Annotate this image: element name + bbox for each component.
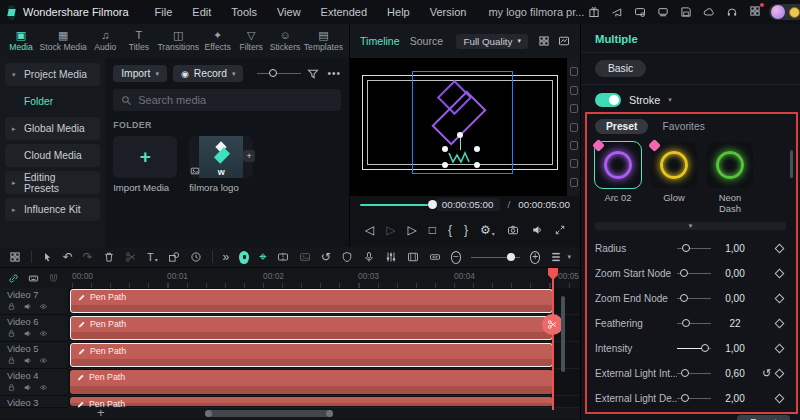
track-lane[interactable]: Pen Path — [68, 315, 580, 342]
redo-icon[interactable]: ↷ — [83, 250, 93, 264]
feathering-value[interactable]: 22 — [711, 318, 759, 329]
preset-arc02[interactable] — [595, 142, 641, 188]
promote-icon[interactable] — [611, 6, 623, 18]
sidebar-item-editing-presets[interactable]: ▸Editing Presets — [5, 171, 100, 194]
keyframe-diamond-icon[interactable] — [775, 344, 785, 354]
keyframe-diamond-icon[interactable] — [775, 369, 785, 379]
clip-pen-path[interactable]: Pen Path — [70, 289, 553, 313]
zoom-end-node-value[interactable]: 0,00 — [711, 293, 759, 304]
timeline-ruler[interactable]: 00:00 00:01 00:02 00:03 00:04 00:05 — [0, 268, 580, 288]
playback-settings-icon[interactable]: ⚙▾ — [480, 223, 495, 237]
audio-mixer-icon[interactable] — [385, 251, 397, 263]
track-lane[interactable]: Pen Path — [68, 369, 580, 396]
zoom-start-node-value[interactable]: 0,00 — [711, 268, 759, 279]
tab-effects[interactable]: ✦Effects — [203, 30, 233, 52]
menu-help[interactable]: Help — [379, 6, 418, 18]
reset-param-icon[interactable]: ↺ — [759, 367, 774, 380]
record-voiceover-icon[interactable] — [363, 251, 375, 263]
tab-timeline-preview[interactable]: Timeline — [360, 35, 400, 47]
render-preview-icon[interactable] — [407, 251, 419, 263]
delete-icon[interactable] — [103, 251, 115, 263]
speed-icon[interactable] — [190, 251, 202, 263]
track-height-icon[interactable] — [550, 251, 562, 263]
scene-detection-icon[interactable] — [277, 251, 289, 263]
tab-templates[interactable]: ▤Templates — [304, 30, 343, 52]
timeline-zoom-slider[interactable] — [471, 251, 520, 263]
volume-icon[interactable] — [531, 224, 543, 236]
corner-handle[interactable] — [442, 162, 448, 168]
tab-basic[interactable]: Basic — [595, 60, 646, 77]
tab-transitions[interactable]: ◫Transitions — [157, 30, 199, 52]
corner-handle[interactable] — [474, 162, 480, 168]
zoom-start-node-slider[interactable] — [677, 268, 711, 280]
tab-source-preview[interactable]: Source — [410, 35, 444, 47]
rotate-handle[interactable] — [457, 132, 463, 138]
sidebar-item-cloud-media[interactable]: Cloud Media — [5, 144, 100, 167]
mute-icon[interactable] — [23, 302, 32, 311]
split-scissors-icon[interactable] — [125, 251, 137, 263]
more-options-icon[interactable]: ••• — [327, 68, 341, 79]
hide-icon[interactable] — [39, 302, 48, 311]
mute-icon[interactable] — [23, 329, 32, 338]
tab-audio[interactable]: ♫Audio — [90, 30, 120, 52]
track-lane[interactable]: Pen Path — [68, 342, 580, 369]
menu-version[interactable]: Version — [422, 6, 475, 18]
radius-slider[interactable] — [677, 243, 711, 255]
workspace-grid-icon[interactable] — [749, 5, 761, 19]
more-tools-icon[interactable]: » — [222, 250, 229, 264]
tab-filters[interactable]: ▽Filters — [236, 30, 266, 52]
vertical-scrollbar[interactable] — [561, 296, 565, 372]
preset-scrollbar[interactable] — [790, 150, 793, 178]
corner-handle[interactable] — [474, 146, 480, 152]
tab-preset[interactable]: Preset — [595, 119, 648, 134]
search-input[interactable]: Search media — [113, 89, 341, 111]
avatar[interactable] — [771, 5, 785, 19]
add-to-timeline-icon[interactable]: + — [243, 150, 255, 162]
add-track-button[interactable]: + — [97, 405, 105, 420]
corner-handle[interactable] — [442, 146, 448, 152]
clip-pen-path[interactable]: Pen Path — [70, 343, 553, 367]
play-icon[interactable]: ▷ — [408, 223, 417, 237]
playhead[interactable] — [552, 268, 554, 410]
ai-portrait-icon[interactable] — [239, 251, 249, 264]
track-lane[interactable]: Pen Path — [68, 288, 580, 315]
zoom-out-icon[interactable]: − — [451, 251, 462, 264]
lock-icon[interactable] — [7, 383, 16, 392]
link-clips-icon[interactable] — [8, 273, 19, 284]
chevron-down-icon[interactable]: ▾ — [668, 96, 672, 104]
hide-icon[interactable] — [39, 356, 48, 365]
clip-pen-path[interactable]: Pen Path — [70, 316, 553, 340]
mute-icon[interactable] — [23, 383, 32, 392]
current-timecode[interactable]: 00:00:05:00 — [436, 198, 500, 211]
mark-in-icon[interactable]: { — [448, 223, 452, 237]
external-light-intensity-slider[interactable] — [677, 368, 711, 380]
play-from-icon[interactable]: ▷ — [386, 223, 395, 237]
import-media-tile[interactable]: + — [113, 136, 177, 178]
tab-media[interactable]: ▣Media — [6, 30, 36, 52]
zoom-end-node-slider[interactable] — [677, 293, 711, 305]
tab-stock-media[interactable]: ▦Stock Media — [40, 30, 87, 52]
filter-funnel-icon[interactable] — [307, 68, 319, 80]
snapshot-icon[interactable] — [507, 224, 519, 236]
lock-icon[interactable] — [7, 302, 16, 311]
menu-view[interactable]: View — [269, 6, 309, 18]
feathering-slider[interactable] — [677, 318, 711, 330]
stop-icon[interactable]: □ — [429, 223, 436, 237]
lock-icon[interactable] — [7, 329, 16, 338]
keyframe-diamond-icon[interactable] — [775, 294, 785, 304]
lock-icon[interactable] — [7, 356, 16, 365]
layout-grid-icon[interactable] — [538, 35, 550, 47]
record-button[interactable]: ◉Record▾ — [173, 65, 244, 82]
auto-ripple-icon[interactable] — [429, 251, 441, 263]
external-light-density-slider[interactable] — [677, 393, 711, 405]
image-tool-icon[interactable] — [299, 251, 311, 263]
horizontal-scrollbar[interactable] — [205, 410, 333, 417]
hide-icon[interactable] — [39, 329, 48, 338]
magnet-snap-icon[interactable] — [48, 273, 59, 284]
menu-extended[interactable]: Extended — [313, 6, 375, 18]
screen-recorder-icon[interactable] — [657, 6, 669, 18]
scopes-icon[interactable] — [558, 35, 570, 47]
workspace-icon[interactable] — [9, 251, 21, 263]
support-icon[interactable] — [726, 6, 738, 18]
external-light-intensity-value[interactable]: 0,60 — [711, 368, 759, 379]
